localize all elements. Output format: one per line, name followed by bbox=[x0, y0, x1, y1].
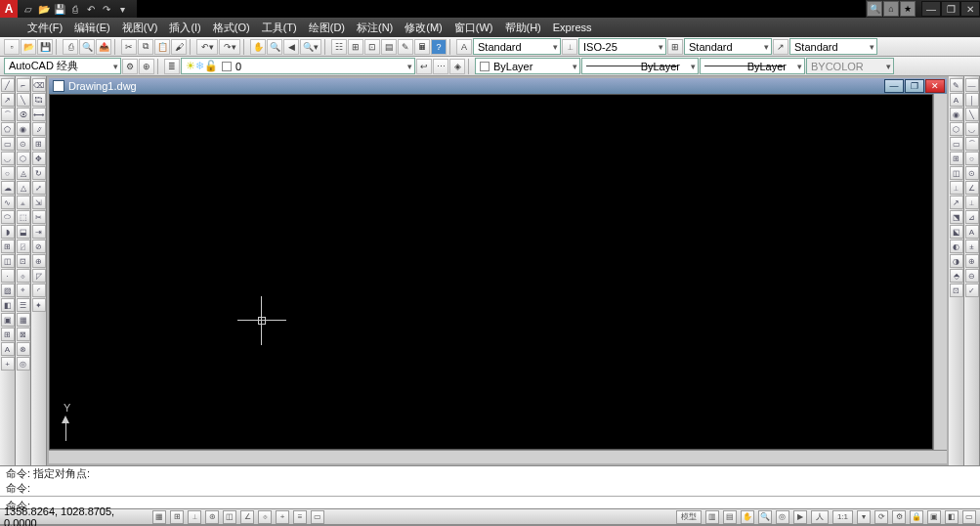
menu-format[interactable]: 格式(O) bbox=[213, 21, 250, 35]
tool-2c[interactable]: ⦿ bbox=[17, 108, 30, 121]
textstyle-button[interactable]: A bbox=[456, 39, 472, 55]
status-qv-drawings[interactable]: ▤ bbox=[723, 510, 737, 524]
toolpalette-button[interactable]: ⊡ bbox=[364, 39, 380, 55]
sheetset-button[interactable]: ▤ bbox=[381, 39, 397, 55]
textstyle-combo[interactable]: Standard bbox=[473, 38, 561, 55]
isolate-objects[interactable]: ◧ bbox=[945, 510, 959, 524]
maximize-button[interactable]: ❐ bbox=[941, 1, 960, 17]
status-qv-layouts[interactable]: ▥ bbox=[705, 510, 719, 524]
rtool2-h[interactable]: ∠ bbox=[965, 181, 979, 195]
tool-2m[interactable]: ⊡ bbox=[17, 254, 30, 268]
array-tool[interactable]: ⊞ bbox=[32, 137, 46, 151]
osnap-toggle[interactable]: ◫ bbox=[223, 510, 236, 524]
qat-undo-icon[interactable]: ↶ bbox=[84, 2, 98, 16]
trim-tool[interactable]: ✂ bbox=[32, 210, 46, 224]
menu-dimension[interactable]: 标注(N) bbox=[357, 21, 393, 35]
addselected-tool[interactable]: + bbox=[1, 357, 15, 371]
save-button[interactable]: 💾 bbox=[37, 39, 53, 55]
lineweight-combo[interactable]: ByLayer bbox=[700, 58, 805, 74]
arc-tool[interactable]: ◡ bbox=[1, 152, 15, 165]
redo-button[interactable]: ↷▾ bbox=[219, 39, 240, 55]
join-tool[interactable]: ⊕ bbox=[32, 254, 46, 268]
ws-switch[interactable]: ⚙ bbox=[892, 510, 906, 524]
tool-2b[interactable]: ╲ bbox=[17, 93, 30, 107]
ducs-toggle[interactable]: ⟐ bbox=[258, 510, 272, 524]
tool-2t[interactable]: ◎ bbox=[17, 357, 30, 371]
workspace-settings-button[interactable]: ⚙ bbox=[122, 59, 138, 74]
annovis-toggle[interactable]: ▾ bbox=[857, 510, 871, 524]
preview-button[interactable]: 🔍 bbox=[79, 39, 95, 55]
menu-draw[interactable]: 绘图(D) bbox=[309, 21, 345, 35]
menu-window[interactable]: 窗口(W) bbox=[454, 21, 493, 35]
rtool-m[interactable]: ◑ bbox=[950, 254, 963, 268]
toolbar-lock[interactable]: 🔒 bbox=[910, 510, 923, 524]
plotstyle-combo[interactable]: BYCOLOR bbox=[806, 58, 894, 74]
status-steering[interactable]: ◎ bbox=[776, 510, 789, 524]
rtool2-m[interactable]: ⊕ bbox=[965, 254, 979, 268]
break-tool[interactable]: ⊘ bbox=[32, 240, 46, 253]
qp-toggle[interactable]: ▭ bbox=[311, 510, 324, 524]
tool-2e[interactable]: ⊙ bbox=[17, 137, 30, 151]
rtool2-b[interactable]: │ bbox=[965, 93, 979, 107]
spline-tool[interactable]: ∿ bbox=[1, 196, 15, 209]
extend-tool[interactable]: ⇥ bbox=[32, 225, 46, 239]
rectangle-tool[interactable]: ▭ bbox=[1, 137, 15, 151]
help-button[interactable]: ? bbox=[431, 39, 447, 55]
mtext-tool[interactable]: A bbox=[1, 342, 15, 356]
rtool-h[interactable]: ⟂ bbox=[950, 181, 963, 195]
rtool2-i[interactable]: ⟂ bbox=[965, 196, 979, 209]
new-button[interactable]: ▫ bbox=[4, 39, 20, 55]
qat-redo-icon[interactable]: ↷ bbox=[100, 2, 113, 16]
undo-button[interactable]: ↶▾ bbox=[196, 39, 218, 55]
tool-2h[interactable]: △ bbox=[17, 181, 30, 195]
rtool2-j[interactable]: ⊿ bbox=[965, 210, 979, 224]
menu-express[interactable]: Express bbox=[553, 22, 592, 33]
rtool-c[interactable]: ◉ bbox=[950, 108, 963, 121]
tool-2d[interactable]: ◉ bbox=[17, 122, 30, 136]
otrack-toggle[interactable]: ∠ bbox=[240, 510, 254, 524]
favorites-icon[interactable]: ★ bbox=[900, 1, 916, 17]
rtool-i[interactable]: ↗ bbox=[950, 196, 963, 209]
rtool-o[interactable]: ⊡ bbox=[950, 284, 963, 297]
region-tool[interactable]: ▣ bbox=[1, 313, 15, 327]
menu-tools[interactable]: 工具(T) bbox=[262, 21, 297, 35]
pan-button[interactable]: ✋ bbox=[250, 39, 266, 55]
qat-dropdown-icon[interactable]: ▾ bbox=[115, 2, 129, 16]
qat-new-icon[interactable]: ▱ bbox=[21, 2, 35, 16]
minimize-button[interactable]: — bbox=[921, 1, 941, 17]
xline-tool[interactable]: ↗ bbox=[1, 93, 15, 107]
tool-2n[interactable]: ⟐ bbox=[17, 269, 30, 283]
close-button[interactable]: ✕ bbox=[960, 1, 980, 17]
tablestyle-combo[interactable]: Standard bbox=[684, 38, 772, 55]
tool-2g[interactable]: ◬ bbox=[17, 166, 30, 180]
insert-tool[interactable]: ⊞ bbox=[1, 240, 15, 253]
annoscale-combo[interactable]: 1:1 bbox=[832, 510, 853, 524]
publish-button[interactable]: 📤 bbox=[96, 39, 111, 55]
menu-help[interactable]: 帮助(H) bbox=[505, 21, 541, 35]
rtool-k[interactable]: ⬕ bbox=[950, 225, 963, 239]
ellipsearc-tool[interactable]: ◗ bbox=[1, 225, 15, 239]
tablestyle-button[interactable]: ⊞ bbox=[667, 39, 683, 55]
lwt-toggle[interactable]: ≡ bbox=[293, 510, 307, 524]
rtool-a[interactable]: ✎ bbox=[950, 78, 963, 92]
print-button[interactable]: ⎙ bbox=[63, 39, 78, 55]
layer-combo[interactable]: ☀ ❄ 🔓 0 bbox=[181, 58, 415, 74]
rtool2-c[interactable]: ╲ bbox=[965, 108, 979, 121]
color-combo[interactable]: ByLayer bbox=[475, 58, 580, 74]
snap-toggle[interactable]: ▦ bbox=[152, 510, 166, 524]
model-button[interactable]: 模型 bbox=[676, 510, 702, 524]
pline-tool[interactable]: ⌒ bbox=[1, 108, 15, 121]
status-pan[interactable]: ✋ bbox=[741, 510, 754, 524]
menu-file[interactable]: 文件(F) bbox=[27, 21, 63, 35]
chamfer-tool[interactable]: ◸ bbox=[32, 269, 46, 283]
cut-button[interactable]: ✂ bbox=[121, 39, 137, 55]
coordinates-readout[interactable]: 1358.8264, 1028.8705, 0.0000 bbox=[4, 505, 149, 527]
tool-2k[interactable]: ⬓ bbox=[17, 225, 30, 239]
rtool2-o[interactable]: ✓ bbox=[965, 284, 979, 297]
workspace-save-button[interactable]: ⊕ bbox=[139, 59, 154, 74]
rtool2-f[interactable]: ○ bbox=[965, 152, 979, 165]
rtool2-l[interactable]: ± bbox=[965, 240, 979, 253]
grid-toggle[interactable]: ⊞ bbox=[170, 510, 184, 524]
copy-button[interactable]: ⧉ bbox=[138, 39, 153, 55]
status-showmotion[interactable]: ▶ bbox=[793, 510, 807, 524]
